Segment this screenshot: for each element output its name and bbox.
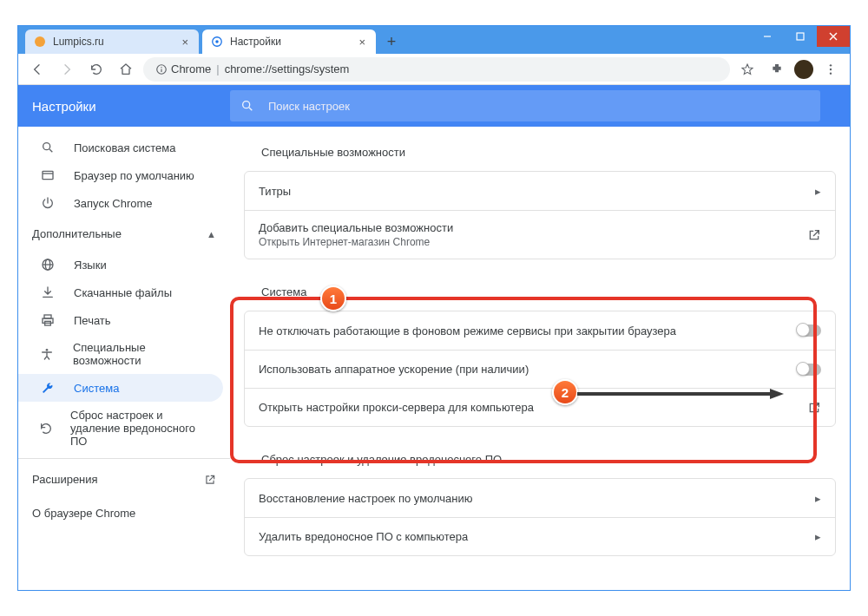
row-captions[interactable]: Титры ▸	[245, 172, 835, 210]
sidebar-item-label: Специальные возможности	[73, 341, 209, 367]
row-background-apps[interactable]: Не отключать работающие в фоновом режиме…	[245, 311, 835, 350]
omnibox-url: chrome://settings/system	[225, 62, 350, 75]
sidebar-item-label: Запуск Chrome	[74, 197, 153, 210]
row-restore-defaults[interactable]: Восстановление настроек по умолчанию ▸	[245, 479, 835, 517]
back-button[interactable]	[25, 57, 49, 82]
external-link-icon	[807, 401, 821, 415]
row-hardware-acceleration[interactable]: Использовать аппаратное ускорение (при н…	[245, 350, 835, 388]
svg-line-16	[49, 149, 52, 152]
tab-close-icon[interactable]: ×	[180, 36, 190, 49]
browser-window: Lumpics.ru × Настройки × +	[17, 25, 851, 591]
tab-lumpics[interactable]: Lumpics.ru ×	[25, 29, 199, 54]
svg-point-0	[35, 36, 45, 47]
restore-icon	[39, 422, 53, 436]
new-tab-button[interactable]: +	[379, 29, 404, 54]
titlebar: Lumpics.ru × Настройки × +	[18, 26, 850, 54]
sidebar: Поисковая система Браузер по умолчанию З…	[18, 85, 230, 590]
svg-rect-4	[797, 33, 804, 40]
settings-title: Настройки	[32, 99, 230, 114]
svg-point-10	[830, 64, 832, 66]
omnibox[interactable]: Chrome | chrome://settings/system	[143, 57, 730, 82]
power-icon	[39, 196, 56, 210]
tab-close-icon[interactable]: ×	[357, 36, 367, 49]
card-system: Не отключать работающие в фоновом режиме…	[244, 311, 836, 427]
sidebar-item-label: Скачанные файлы	[74, 286, 172, 299]
sidebar-item-startup[interactable]: Запуск Chrome	[18, 189, 223, 217]
sidebar-item-accessibility[interactable]: Специальные возможности	[18, 334, 223, 374]
sidebar-item-label: Браузер по умолчанию	[74, 169, 194, 182]
annotation-callout-2: 2	[552, 379, 578, 405]
sidebar-item-print[interactable]: Печать	[18, 306, 223, 334]
sidebar-item-extensions[interactable]: Расширения	[18, 462, 230, 496]
download-icon	[39, 285, 56, 299]
home-button[interactable]	[114, 57, 138, 82]
section-title-reset: Сброс настроек и удаление вредоносного П…	[244, 441, 836, 478]
bookmark-star-icon[interactable]	[735, 57, 760, 82]
section-title-accessibility: Специальные возможности	[244, 134, 836, 171]
forward-button[interactable]	[55, 57, 79, 82]
svg-point-2	[215, 40, 219, 43]
row-remove-malware[interactable]: Удалить вредоносное ПО с компьютера ▸	[245, 517, 835, 555]
sidebar-item-label: Расширения	[32, 473, 98, 486]
annotation-arrow	[577, 387, 786, 401]
maximize-button[interactable]	[784, 26, 817, 47]
svg-point-11	[830, 68, 832, 69]
card-reset: Восстановление настроек по умолчанию ▸ У…	[244, 478, 836, 556]
window-controls	[751, 26, 850, 47]
external-link-icon	[204, 474, 216, 486]
chevron-up-icon: ▲	[207, 229, 216, 239]
sidebar-item-search-engine[interactable]: Поисковая система	[18, 134, 223, 161]
chevron-right-icon: ▸	[815, 185, 821, 198]
annotation-callout-1: 1	[320, 285, 346, 311]
svg-marker-27	[770, 389, 784, 399]
sidebar-item-label: Языки	[74, 259, 107, 272]
close-button[interactable]	[817, 26, 850, 47]
sidebar-group-advanced[interactable]: Дополнительные ▲	[18, 217, 230, 251]
extensions-icon[interactable]	[765, 57, 789, 82]
toggle-hardware-acceleration[interactable]	[797, 364, 821, 376]
tabs-area: Lumpics.ru × Настройки × +	[18, 26, 751, 54]
card-accessibility: Титры ▸ Добавить специальные возможности…	[244, 171, 836, 259]
tab-title: Настройки	[230, 36, 357, 48]
globe-icon	[39, 258, 56, 272]
toggle-background-apps[interactable]	[797, 324, 821, 337]
wrench-icon	[39, 381, 56, 395]
svg-point-8	[161, 66, 161, 67]
omnibox-proto: Chrome	[171, 62, 211, 75]
print-icon	[39, 313, 56, 327]
sidebar-item-label: Система	[74, 382, 119, 395]
sidebar-group-label: Дополнительные	[32, 227, 122, 240]
svg-rect-17	[43, 171, 53, 179]
search-icon	[39, 141, 56, 154]
chevron-right-icon: ▸	[815, 530, 821, 543]
svg-point-13	[243, 102, 250, 108]
search-icon	[240, 99, 254, 113]
settings-main: Специальные возможности Титры ▸ Добавить…	[230, 85, 850, 590]
gear-icon	[211, 36, 223, 48]
settings-search-input[interactable]: Поиск настроек	[230, 90, 820, 121]
window-icon	[39, 168, 56, 182]
sidebar-item-downloads[interactable]: Скачанные файлы	[18, 279, 223, 306]
site-info-icon[interactable]	[155, 63, 168, 75]
sidebar-item-label: О браузере Chrome	[32, 507, 135, 520]
sidebar-item-default-browser[interactable]: Браузер по умолчанию	[18, 161, 223, 189]
sidebar-item-languages[interactable]: Языки	[18, 251, 223, 279]
sidebar-item-reset[interactable]: Сброс настроек и удаление вредоносного П…	[18, 402, 223, 455]
external-link-icon	[807, 228, 821, 242]
search-placeholder: Поиск настроек	[268, 100, 350, 113]
tab-title: Lumpics.ru	[53, 36, 180, 48]
svg-point-15	[43, 143, 50, 150]
sidebar-item-about[interactable]: О браузере Chrome	[18, 496, 230, 530]
sidebar-item-system[interactable]: Система	[18, 374, 223, 402]
kebab-menu-icon[interactable]	[819, 57, 843, 82]
sidebar-item-label: Поисковая система	[74, 141, 176, 154]
row-add-accessibility[interactable]: Добавить специальные возможности Открыть…	[245, 210, 835, 259]
settings-header: Настройки Поиск настроек	[18, 85, 850, 127]
minimize-button[interactable]	[751, 26, 784, 47]
reload-button[interactable]	[84, 57, 108, 82]
tab-settings[interactable]: Настройки ×	[202, 29, 376, 54]
sidebar-item-label: Сброс настроек и удаление вредоносного П…	[70, 409, 209, 448]
sidebar-item-label: Печать	[74, 314, 111, 327]
profile-avatar[interactable]	[794, 60, 813, 79]
chevron-right-icon: ▸	[815, 492, 821, 505]
